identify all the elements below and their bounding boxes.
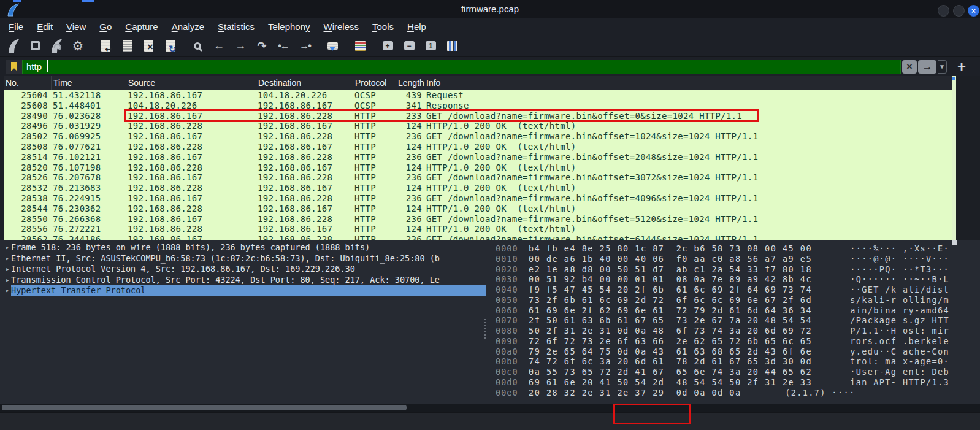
filter-add-button[interactable]: + <box>954 58 969 75</box>
hex-scrollbar-thumb[interactable] <box>952 240 957 245</box>
go-last-packet-icon[interactable]: →• <box>296 37 314 55</box>
cell-length: 124 <box>396 163 422 173</box>
hex-row[interactable]: 00702f 50 61 63 6b 61 67 65 73 2e 67 7a … <box>488 315 980 326</box>
menu-item[interactable]: Wireless <box>317 20 366 33</box>
go-back-icon[interactable]: ← <box>210 37 228 55</box>
maximize-button[interactable] <box>953 5 965 17</box>
hex-row[interactable]: 005073 2f 6b 61 6c 69 2d 72 6f 6c 6c 69 … <box>488 295 980 305</box>
pane-splitter-grip[interactable] <box>484 319 486 340</box>
packet-row[interactable]: 2852076.107198192.168.86.228192.168.86.1… <box>4 163 952 173</box>
minimize-button[interactable] <box>938 5 949 17</box>
hex-row[interactable]: 0040f9 f5 47 45 54 20 2f 6b 61 6c 69 2f … <box>488 285 980 295</box>
menu-item[interactable]: Edit <box>30 20 59 33</box>
detail-row-ethernet[interactable]: Ethernet II, Src: ASUSTekCOMPU_b6:58:73 … <box>0 253 488 264</box>
auto-scroll-icon[interactable] <box>323 37 342 55</box>
column-header[interactable]: Time <box>52 76 126 90</box>
packet-row[interactable]: 2853876.224915192.168.86.167192.168.86.2… <box>4 193 952 204</box>
packet-row[interactable]: 2850876.077621192.168.86.228192.168.86.1… <box>4 142 952 152</box>
packet-row[interactable]: 2560451.432118192.168.86.167104.18.20.22… <box>4 90 952 101</box>
menu-item[interactable]: View <box>59 20 93 33</box>
filter-dropdown-icon[interactable] <box>938 60 947 74</box>
column-header[interactable]: Length <box>396 76 424 90</box>
go-forward-icon[interactable]: → <box>231 37 250 55</box>
menu-item[interactable]: Help <box>400 20 433 33</box>
hex-row[interactable]: 00e020 28 32 2e 31 2e 37 29 0d 0a 0d 0a … <box>488 388 980 398</box>
hex-row[interactable]: 00c00a 55 73 65 72 2d 41 67 65 6e 74 3a … <box>488 367 980 377</box>
display-filter-input[interactable] <box>22 60 901 74</box>
column-header[interactable]: No. <box>4 76 52 90</box>
packet-row[interactable]: 2849676.031929192.168.86.228192.168.86.1… <box>4 121 952 131</box>
hex-ascii: (2.1.7) ···· <box>779 388 856 398</box>
hex-row[interactable]: 003000 51 92 b4 00 00 01 01 08 0a 7e 89 … <box>488 274 980 285</box>
zoom-in-icon[interactable]: + <box>378 37 397 55</box>
horizontal-scrollbar-thumb[interactable] <box>2 405 407 410</box>
hex-row[interactable]: 00d069 61 6e 20 41 50 54 2d 48 54 54 50 … <box>488 377 980 388</box>
menu-item[interactable]: Telephony <box>261 20 316 33</box>
close-file-icon[interactable]: × <box>139 37 158 55</box>
zoom-out-icon[interactable]: − <box>400 37 418 55</box>
packet-row[interactable]: 2856276.344186192.168.86.167192.168.86.2… <box>4 234 952 240</box>
hex-row[interactable]: 00a079 2e 65 64 75 0d 0a 43 61 63 68 65 … <box>488 347 980 357</box>
filter-bookmark-icon[interactable] <box>6 60 22 74</box>
menu-item[interactable]: Statistics <box>211 20 261 33</box>
menu-item[interactable]: Go <box>93 20 118 33</box>
packet-row[interactable]: 2851476.102121192.168.86.167192.168.86.2… <box>4 152 952 163</box>
column-header[interactable]: Destination <box>256 76 353 90</box>
detail-row-frame[interactable]: Frame 518: 236 bytes on wire (1888 bits)… <box>0 242 488 253</box>
cell-length: 124 <box>396 204 422 214</box>
find-packet-icon[interactable] <box>188 37 207 55</box>
resize-columns-icon[interactable] <box>443 37 461 55</box>
filter-clear-icon[interactable] <box>902 60 917 74</box>
menu-item[interactable]: Capture <box>118 20 164 33</box>
expand-arrow-icon[interactable] <box>0 275 11 286</box>
detail-row-ip[interactable]: Internet Protocol Version 4, Src: 192.16… <box>0 264 488 275</box>
cell-length: 233 <box>396 111 422 121</box>
menu-item[interactable]: Analyze <box>165 20 211 33</box>
packet-row[interactable]: 2853276.213683192.168.86.228192.168.86.1… <box>4 183 952 193</box>
expand-arrow-icon[interactable] <box>0 285 11 296</box>
start-capture-icon[interactable] <box>4 37 23 55</box>
filter-apply-icon[interactable] <box>918 60 936 74</box>
go-to-packet-icon[interactable]: ↷ <box>253 37 271 55</box>
packet-list-scrollbar-thumb[interactable] <box>952 77 955 80</box>
packet-row[interactable]: 2849076.023628192.168.86.167192.168.86.2… <box>4 111 952 121</box>
expand-arrow-icon[interactable] <box>0 264 11 275</box>
packet-row[interactable]: 2854476.230362192.168.86.228192.168.86.1… <box>4 204 952 214</box>
cell-length: 236 <box>396 131 422 142</box>
hex-row[interactable]: 0000b4 fb e4 8e 25 80 1c 87 2c b6 58 73 … <box>488 244 980 254</box>
hex-row[interactable]: 009072 6f 72 73 2e 6f 63 66 2e 62 65 72 … <box>488 336 980 347</box>
packet-row[interactable]: 2850276.069925192.168.86.167192.168.86.2… <box>4 131 952 142</box>
column-header[interactable]: Protocol <box>353 76 396 90</box>
cell-info: GET /download?name=firmware.bin&offset=1… <box>422 131 952 142</box>
hex-row[interactable]: 006061 69 6e 2f 62 69 6e 61 72 79 2d 61 … <box>488 305 980 316</box>
packet-list-scrollbar[interactable] <box>952 76 956 240</box>
capture-options-gear-icon[interactable]: ⚙ <box>69 37 87 55</box>
hex-row[interactable]: 001000 de a6 1b 40 00 40 06 f0 aa c0 a8 … <box>488 254 980 264</box>
detail-row-http-selected[interactable]: Hypertext Transfer Protocol <box>0 285 488 296</box>
column-header[interactable]: Source <box>126 76 256 90</box>
cell-source: 192.168.86.167 <box>126 234 256 240</box>
packet-row[interactable]: 2855676.272221192.168.86.228192.168.86.1… <box>4 224 952 234</box>
go-first-packet-icon[interactable]: •← <box>274 37 293 55</box>
packet-row[interactable]: 2852676.207678192.168.86.167192.168.86.2… <box>4 172 952 183</box>
expand-arrow-icon[interactable] <box>0 253 11 264</box>
hex-row[interactable]: 008050 2f 31 2e 31 0d 0a 48 6f 73 74 3a … <box>488 326 980 336</box>
save-file-icon[interactable] <box>118 37 136 55</box>
menu-item[interactable]: Tools <box>366 20 400 33</box>
menu-item[interactable]: File <box>2 20 30 33</box>
open-file-icon[interactable]: ↩ <box>96 37 115 55</box>
reload-file-icon[interactable]: ↻ <box>161 37 179 55</box>
column-header[interactable]: Info <box>424 76 952 90</box>
hex-row[interactable]: 0020e2 1e a8 d8 00 50 51 d7 ab c1 2a 54 … <box>488 264 980 275</box>
packet-row[interactable]: 2560851.448401104.18.20.226192.168.86.16… <box>4 101 952 111</box>
restart-capture-icon[interactable] <box>47 37 66 55</box>
close-button[interactable] <box>968 5 979 17</box>
expand-arrow-icon[interactable] <box>0 242 11 253</box>
hex-dump-pane: 0000b4 fb e4 8e 25 80 1c 87 2c b6 58 73 … <box>488 240 980 404</box>
detail-row-tcp[interactable]: Transmission Control Protocol, Src Port:… <box>0 275 488 286</box>
packet-row[interactable]: 2855076.266368192.168.86.167192.168.86.2… <box>4 214 952 225</box>
colorize-icon[interactable] <box>351 37 369 55</box>
hex-row[interactable]: 00b074 72 6f 6c 3a 20 6d 61 78 2d 61 67 … <box>488 356 980 367</box>
zoom-100-icon[interactable]: 1 <box>421 37 440 55</box>
stop-capture-icon[interactable] <box>26 37 44 55</box>
